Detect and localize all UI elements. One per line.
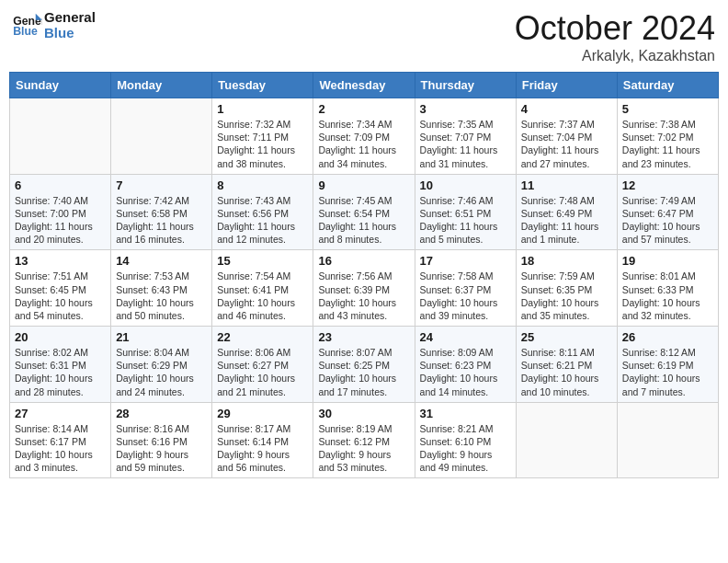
day-number: 25 (521, 330, 612, 344)
logo-icon: General Blue (13, 12, 42, 38)
calendar-table: SundayMondayTuesdayWednesdayThursdayFrid… (9, 72, 719, 478)
calendar-cell: 29Sunrise: 8:17 AMSunset: 6:14 PMDayligh… (212, 402, 313, 478)
day-info: Sunrise: 8:21 AMSunset: 6:10 PMDaylight:… (420, 422, 511, 475)
day-number: 18 (521, 254, 612, 268)
day-info: Sunrise: 7:37 AMSunset: 7:04 PMDaylight:… (521, 118, 612, 170)
day-info: Sunrise: 8:16 AMSunset: 6:16 PMDaylight:… (116, 422, 207, 475)
calendar-cell: 26Sunrise: 8:12 AMSunset: 6:19 PMDayligh… (617, 327, 718, 403)
title-block: October 2024 Arkalyk, Kazakhstan (515, 9, 715, 64)
day-info: Sunrise: 8:09 AMSunset: 6:23 PMDaylight:… (420, 346, 511, 398)
weekday-header-sunday: Sunday (10, 73, 111, 98)
calendar-week-2: 6Sunrise: 7:40 AMSunset: 7:00 PMDaylight… (10, 174, 719, 250)
day-number: 15 (217, 254, 308, 268)
day-info: Sunrise: 7:54 AMSunset: 6:41 PMDaylight:… (217, 270, 308, 322)
day-info: Sunrise: 8:17 AMSunset: 6:14 PMDaylight:… (217, 422, 308, 475)
day-number: 3 (420, 102, 511, 116)
day-info: Sunrise: 7:45 AMSunset: 6:54 PMDaylight:… (318, 194, 409, 247)
calendar-cell: 1Sunrise: 7:32 AMSunset: 7:11 PMDaylight… (212, 98, 313, 175)
day-info: Sunrise: 8:11 AMSunset: 6:21 PMDaylight:… (521, 346, 612, 398)
calendar-cell: 27Sunrise: 8:14 AMSunset: 6:17 PMDayligh… (10, 402, 111, 478)
day-number: 17 (420, 254, 511, 268)
day-info: Sunrise: 7:58 AMSunset: 6:37 PMDaylight:… (420, 270, 511, 322)
calendar-cell: 23Sunrise: 8:07 AMSunset: 6:25 PMDayligh… (313, 327, 415, 403)
day-info: Sunrise: 8:12 AMSunset: 6:19 PMDaylight:… (622, 346, 713, 398)
weekday-header-monday: Monday (111, 73, 212, 98)
day-info: Sunrise: 7:40 AMSunset: 7:00 PMDaylight:… (15, 194, 106, 247)
day-number: 14 (116, 254, 207, 268)
logo-general: General (44, 9, 96, 25)
calendar-cell: 4Sunrise: 7:37 AMSunset: 7:04 PMDaylight… (516, 98, 617, 175)
day-number: 22 (217, 330, 308, 344)
day-info: Sunrise: 7:48 AMSunset: 6:49 PMDaylight:… (521, 194, 612, 247)
day-info: Sunrise: 7:59 AMSunset: 6:35 PMDaylight:… (521, 270, 612, 322)
calendar-cell (516, 402, 617, 478)
calendar-cell: 11Sunrise: 7:48 AMSunset: 6:49 PMDayligh… (516, 174, 617, 250)
day-info: Sunrise: 7:49 AMSunset: 6:47 PMDaylight:… (622, 194, 713, 247)
day-number: 1 (217, 102, 308, 116)
day-info: Sunrise: 8:06 AMSunset: 6:27 PMDaylight:… (217, 346, 308, 398)
day-number: 30 (318, 407, 409, 420)
calendar-cell: 12Sunrise: 7:49 AMSunset: 6:47 PMDayligh… (617, 174, 718, 250)
day-info: Sunrise: 8:01 AMSunset: 6:33 PMDaylight:… (622, 270, 713, 322)
calendar-cell: 15Sunrise: 7:54 AMSunset: 6:41 PMDayligh… (212, 250, 313, 327)
day-number: 8 (217, 178, 308, 192)
day-info: Sunrise: 7:34 AMSunset: 7:09 PMDaylight:… (318, 118, 409, 170)
day-number: 6 (15, 178, 106, 192)
calendar-cell: 24Sunrise: 8:09 AMSunset: 6:23 PMDayligh… (415, 327, 516, 403)
calendar-cell: 7Sunrise: 7:42 AMSunset: 6:58 PMDaylight… (111, 174, 212, 250)
day-number: 5 (622, 102, 713, 116)
day-info: Sunrise: 8:14 AMSunset: 6:17 PMDaylight:… (15, 422, 106, 475)
day-info: Sunrise: 7:51 AMSunset: 6:45 PMDaylight:… (15, 270, 106, 322)
day-number: 29 (217, 407, 308, 420)
calendar-cell: 30Sunrise: 8:19 AMSunset: 6:12 PMDayligh… (313, 402, 415, 478)
day-number: 24 (420, 330, 511, 344)
day-number: 21 (116, 330, 207, 344)
calendar-cell: 20Sunrise: 8:02 AMSunset: 6:31 PMDayligh… (10, 327, 111, 403)
calendar-week-3: 13Sunrise: 7:51 AMSunset: 6:45 PMDayligh… (10, 250, 719, 327)
day-number: 16 (318, 254, 409, 268)
day-number: 28 (116, 407, 207, 420)
calendar-cell: 16Sunrise: 7:56 AMSunset: 6:39 PMDayligh… (313, 250, 415, 327)
day-number: 9 (318, 178, 409, 192)
day-info: Sunrise: 7:32 AMSunset: 7:11 PMDaylight:… (217, 118, 308, 170)
day-number: 26 (622, 330, 713, 344)
calendar-cell (111, 98, 212, 175)
day-info: Sunrise: 8:19 AMSunset: 6:12 PMDaylight:… (318, 422, 409, 475)
day-info: Sunrise: 7:38 AMSunset: 7:02 PMDaylight:… (622, 118, 713, 170)
calendar-cell (617, 402, 718, 478)
calendar-cell: 28Sunrise: 8:16 AMSunset: 6:16 PMDayligh… (111, 402, 212, 478)
weekday-header-friday: Friday (516, 73, 617, 98)
weekday-header-row: SundayMondayTuesdayWednesdayThursdayFrid… (10, 73, 719, 98)
calendar-cell: 19Sunrise: 8:01 AMSunset: 6:33 PMDayligh… (617, 250, 718, 327)
day-number: 7 (116, 178, 207, 192)
day-info: Sunrise: 8:02 AMSunset: 6:31 PMDaylight:… (15, 346, 106, 398)
day-number: 4 (521, 102, 612, 116)
calendar-cell: 14Sunrise: 7:53 AMSunset: 6:43 PMDayligh… (111, 250, 212, 327)
calendar-cell: 10Sunrise: 7:46 AMSunset: 6:51 PMDayligh… (415, 174, 516, 250)
month-title: October 2024 (515, 9, 715, 48)
day-number: 11 (521, 178, 612, 192)
day-number: 13 (15, 254, 106, 268)
day-info: Sunrise: 7:35 AMSunset: 7:07 PMDaylight:… (420, 118, 511, 170)
calendar-cell: 18Sunrise: 7:59 AMSunset: 6:35 PMDayligh… (516, 250, 617, 327)
calendar-cell: 9Sunrise: 7:45 AMSunset: 6:54 PMDaylight… (313, 174, 415, 250)
calendar-cell: 2Sunrise: 7:34 AMSunset: 7:09 PMDaylight… (313, 98, 415, 175)
day-number: 23 (318, 330, 409, 344)
day-info: Sunrise: 8:04 AMSunset: 6:29 PMDaylight:… (116, 346, 207, 398)
day-info: Sunrise: 8:07 AMSunset: 6:25 PMDaylight:… (318, 346, 409, 398)
calendar-week-4: 20Sunrise: 8:02 AMSunset: 6:31 PMDayligh… (10, 327, 719, 403)
calendar-cell: 5Sunrise: 7:38 AMSunset: 7:02 PMDaylight… (617, 98, 718, 175)
calendar-cell: 25Sunrise: 8:11 AMSunset: 6:21 PMDayligh… (516, 327, 617, 403)
day-number: 12 (622, 178, 713, 192)
day-number: 10 (420, 178, 511, 192)
logo-blue: Blue (44, 25, 96, 40)
day-number: 20 (15, 330, 106, 344)
calendar-cell: 21Sunrise: 8:04 AMSunset: 6:29 PMDayligh… (111, 327, 212, 403)
day-info: Sunrise: 7:56 AMSunset: 6:39 PMDaylight:… (318, 270, 409, 322)
weekday-header-saturday: Saturday (617, 73, 718, 98)
page-header: General Blue General Blue October 2024 A… (9, 9, 719, 64)
day-number: 31 (420, 407, 511, 420)
calendar-cell: 8Sunrise: 7:43 AMSunset: 6:56 PMDaylight… (212, 174, 313, 250)
calendar-cell: 17Sunrise: 7:58 AMSunset: 6:37 PMDayligh… (415, 250, 516, 327)
calendar-cell: 22Sunrise: 8:06 AMSunset: 6:27 PMDayligh… (212, 327, 313, 403)
